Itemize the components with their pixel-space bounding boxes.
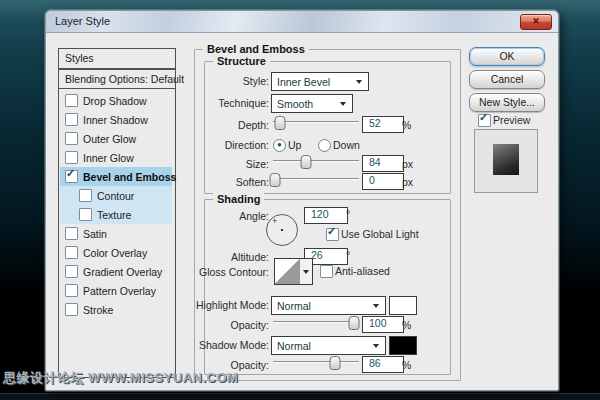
contour-checkbox[interactable]: [79, 189, 92, 202]
structure-legend: Structure: [213, 55, 270, 67]
chevron-down-icon: [356, 80, 362, 84]
sidebar-item-label: Bevel and Emboss: [83, 171, 176, 183]
highlight-opacity-track[interactable]: [273, 321, 359, 322]
sidebar-item-label: Inner Glow: [83, 152, 134, 164]
chevron-down-icon: [373, 344, 379, 348]
preview-thumbnail: [474, 129, 538, 193]
bevel-and-emboss-checkbox[interactable]: ✓: [65, 170, 78, 183]
chevron-down-icon: [303, 270, 309, 274]
depth-slider[interactable]: [273, 116, 359, 128]
soften-slider-track[interactable]: [273, 178, 359, 179]
sidebar-item-satin[interactable]: Satin: [60, 224, 172, 243]
drop-shadow-checkbox[interactable]: [65, 94, 78, 107]
angle-label: Angle:: [199, 210, 269, 222]
gloss-contour-label: Gloss Contour:: [189, 266, 269, 278]
sidebar-item-label: Gradient Overlay: [83, 266, 162, 278]
sidebar-item-texture[interactable]: Texture: [60, 205, 172, 224]
sidebar-item-outer-glow[interactable]: Outer Glow: [60, 129, 172, 148]
direction-up-radio[interactable]: ●: [273, 139, 286, 152]
gloss-contour-thumbnail[interactable]: [274, 258, 301, 285]
shading-legend: Shading: [213, 193, 264, 205]
highlight-mode-value: Normal: [272, 300, 373, 312]
size-slider-thumb[interactable]: [300, 155, 311, 169]
sidebar-item-color-overlay[interactable]: Color Overlay: [60, 243, 172, 262]
cancel-button[interactable]: Cancel: [469, 70, 545, 89]
size-slider-track[interactable]: [273, 160, 359, 161]
sidebar-blending-options[interactable]: Blending Options: Default: [58, 69, 176, 90]
style-label: Style:: [199, 75, 269, 87]
use-global-light-checkbox[interactable]: ✓: [326, 228, 339, 241]
highlight-opacity-value[interactable]: 100: [362, 316, 404, 333]
shadow-opacity-slider[interactable]: [273, 356, 359, 368]
anti-aliased-checkbox[interactable]: [320, 265, 333, 278]
size-unit: px: [402, 158, 413, 170]
angle-dial[interactable]: +: [266, 214, 298, 246]
texture-checkbox[interactable]: [79, 208, 92, 221]
shadow-opacity-unit: %: [402, 359, 411, 371]
highlight-color-swatch[interactable]: [389, 296, 417, 315]
direction-down-radio[interactable]: [318, 139, 331, 152]
soften-slider[interactable]: [273, 173, 359, 185]
sidebar-item-contour[interactable]: Contour: [60, 186, 172, 205]
pattern-overlay-checkbox[interactable]: [65, 284, 78, 297]
angle-value[interactable]: 120: [304, 207, 348, 224]
stroke-checkbox[interactable]: [65, 303, 78, 316]
depth-slider-thumb[interactable]: [274, 116, 285, 130]
outer-glow-checkbox[interactable]: [65, 132, 78, 145]
depth-slider-track[interactable]: [273, 121, 359, 122]
shadow-mode-value: Normal: [272, 340, 373, 352]
styles-list: Drop Shadow Inner Shadow Outer Glow Inne…: [58, 88, 176, 378]
radio-dot-icon: ●: [274, 139, 285, 150]
depth-value[interactable]: 52: [362, 116, 404, 133]
preview-swatch: [493, 144, 519, 175]
direction-label: Direction:: [199, 139, 269, 151]
style-value: Inner Bevel: [272, 76, 356, 88]
highlight-opacity-slider[interactable]: [273, 316, 359, 328]
sidebar-item-inner-shadow[interactable]: Inner Shadow: [60, 110, 172, 129]
sidebar-item-stroke[interactable]: Stroke: [60, 300, 172, 319]
shadow-color-swatch[interactable]: [389, 336, 417, 355]
color-overlay-checkbox[interactable]: [65, 246, 78, 259]
soften-value[interactable]: 0: [362, 173, 404, 190]
soften-slider-thumb[interactable]: [269, 173, 280, 187]
sidebar-item-bevel-and-emboss[interactable]: ✓ Bevel and Emboss: [60, 167, 172, 186]
sidebar-item-inner-glow[interactable]: Inner Glow: [60, 148, 172, 167]
size-slider[interactable]: [273, 155, 359, 167]
chevron-down-icon: [373, 304, 379, 308]
close-icon: ✕: [532, 16, 540, 26]
size-value[interactable]: 84: [362, 155, 404, 172]
sidebar-styles-header[interactable]: Styles: [58, 48, 176, 69]
style-dropdown[interactable]: Inner Bevel: [271, 72, 369, 91]
gradient-overlay-checkbox[interactable]: [65, 265, 78, 278]
satin-checkbox[interactable]: [65, 227, 78, 240]
shadow-mode-label: Shadow Mode:: [189, 339, 269, 351]
close-button[interactable]: ✕: [520, 14, 552, 30]
sidebar-item-label: Pattern Overlay: [83, 285, 156, 297]
preview-checkbox[interactable]: ✓: [478, 114, 491, 127]
shadow-opacity-thumb[interactable]: [329, 356, 340, 370]
shadow-opacity-value[interactable]: 86: [362, 356, 404, 373]
sidebar-item-pattern-overlay[interactable]: Pattern Overlay: [60, 281, 172, 300]
shadow-opacity-track[interactable]: [273, 361, 359, 362]
blending-options-label: Blending Options: Default: [59, 70, 175, 85]
technique-label: Technique:: [199, 97, 269, 109]
check-icon: ✓: [66, 168, 78, 179]
ok-button[interactable]: OK: [469, 47, 545, 66]
highlight-mode-dropdown[interactable]: Normal: [271, 296, 386, 315]
technique-dropdown[interactable]: Smooth: [271, 94, 353, 113]
depth-unit: %: [402, 119, 411, 131]
sidebar-item-gradient-overlay[interactable]: Gradient Overlay: [60, 262, 172, 281]
shadow-mode-dropdown[interactable]: Normal: [271, 336, 386, 355]
background-bottom-strip: [0, 393, 600, 400]
anti-aliased-label: Anti-aliased: [335, 265, 390, 277]
sidebar-item-drop-shadow[interactable]: Drop Shadow: [60, 91, 172, 110]
inner-glow-checkbox[interactable]: [65, 151, 78, 164]
sidebar-item-label: Inner Shadow: [83, 114, 148, 126]
gloss-contour-dropdown-button[interactable]: [300, 258, 313, 285]
size-label: Size:: [199, 158, 269, 170]
highlight-opacity-thumb[interactable]: [348, 316, 359, 330]
window-title: Layer Style: [55, 15, 110, 27]
dialog-titlebar[interactable]: Layer Style ✕: [46, 11, 558, 33]
new-style-button[interactable]: New Style...: [469, 93, 545, 112]
inner-shadow-checkbox[interactable]: [65, 113, 78, 126]
